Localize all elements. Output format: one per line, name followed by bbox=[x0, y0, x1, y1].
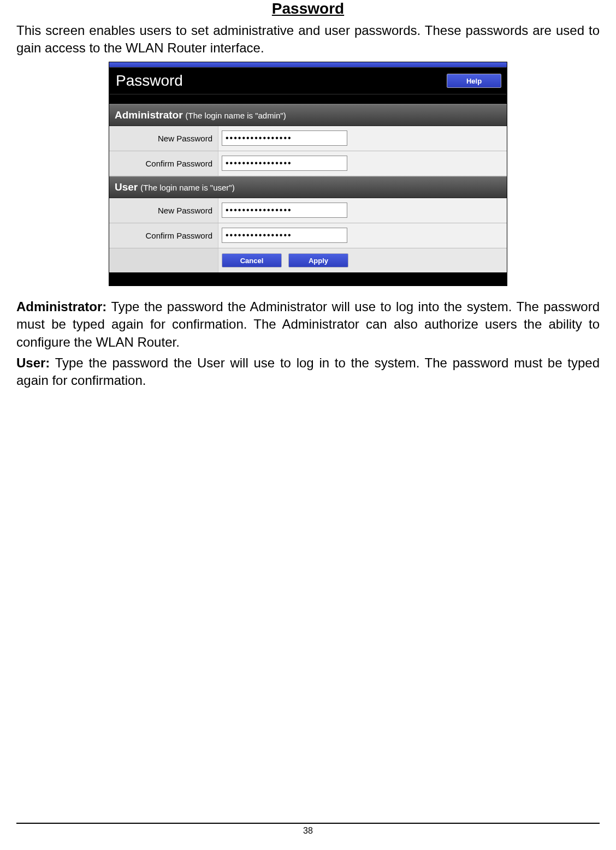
user-confirm-password-row: Confirm Password bbox=[109, 223, 507, 248]
button-row-spacer bbox=[109, 248, 218, 272]
user-new-password-label: New Password bbox=[109, 198, 218, 223]
page-footer: 38 bbox=[16, 823, 600, 836]
panel-header: Password Help bbox=[109, 68, 507, 94]
admin-confirm-password-row: Confirm Password bbox=[109, 151, 507, 176]
user-confirm-password-label: Confirm Password bbox=[109, 223, 218, 248]
user-description: User: Type the password the User will us… bbox=[16, 354, 600, 390]
help-button[interactable]: Help bbox=[447, 74, 501, 88]
admin-new-password-label: New Password bbox=[109, 126, 218, 151]
admin-section-note: (The login name is "admin") bbox=[186, 111, 286, 120]
apply-button[interactable]: Apply bbox=[288, 253, 348, 268]
window-titlebar bbox=[109, 62, 507, 68]
admin-confirm-password-input[interactable] bbox=[222, 156, 347, 171]
intro-text: This screen enables users to set adminis… bbox=[16, 22, 600, 57]
admin-new-password-row: New Password bbox=[109, 126, 507, 151]
user-confirm-password-cell bbox=[218, 223, 507, 248]
user-section-note: (The login name is "user") bbox=[140, 183, 234, 192]
page-title: Password bbox=[16, 0, 600, 17]
admin-confirm-password-cell bbox=[218, 151, 507, 176]
admin-new-password-input[interactable] bbox=[222, 130, 347, 146]
user-new-password-row: New Password bbox=[109, 198, 507, 223]
user-confirm-password-input[interactable] bbox=[222, 228, 347, 243]
user-section-label: User bbox=[115, 181, 138, 193]
user-section-header: User (The login name is "user") bbox=[109, 176, 507, 198]
user-desc-text: Type the password the User will use to l… bbox=[16, 355, 600, 388]
user-new-password-input[interactable] bbox=[222, 203, 347, 218]
screenshot-wrap: Password Help Administrator (The login n… bbox=[16, 62, 600, 286]
router-password-screenshot: Password Help Administrator (The login n… bbox=[109, 62, 507, 286]
user-desc-label: User: bbox=[16, 355, 50, 370]
admin-confirm-password-label: Confirm Password bbox=[109, 151, 218, 176]
button-row: Cancel Apply bbox=[109, 248, 507, 272]
cancel-button[interactable]: Cancel bbox=[222, 253, 282, 268]
user-new-password-cell bbox=[218, 198, 507, 223]
administrator-section-header: Administrator (The login name is "admin"… bbox=[109, 104, 507, 126]
header-spacer bbox=[109, 94, 507, 104]
panel-title: Password bbox=[116, 72, 183, 90]
admin-new-password-cell bbox=[218, 126, 507, 151]
admin-description: Administrator: Type the password the Adm… bbox=[16, 298, 600, 351]
admin-section-label: Administrator bbox=[115, 109, 183, 121]
panel-footer bbox=[109, 272, 507, 286]
admin-desc-label: Administrator: bbox=[16, 299, 106, 314]
page-number: 38 bbox=[303, 826, 313, 835]
button-row-cell: Cancel Apply bbox=[218, 248, 507, 272]
